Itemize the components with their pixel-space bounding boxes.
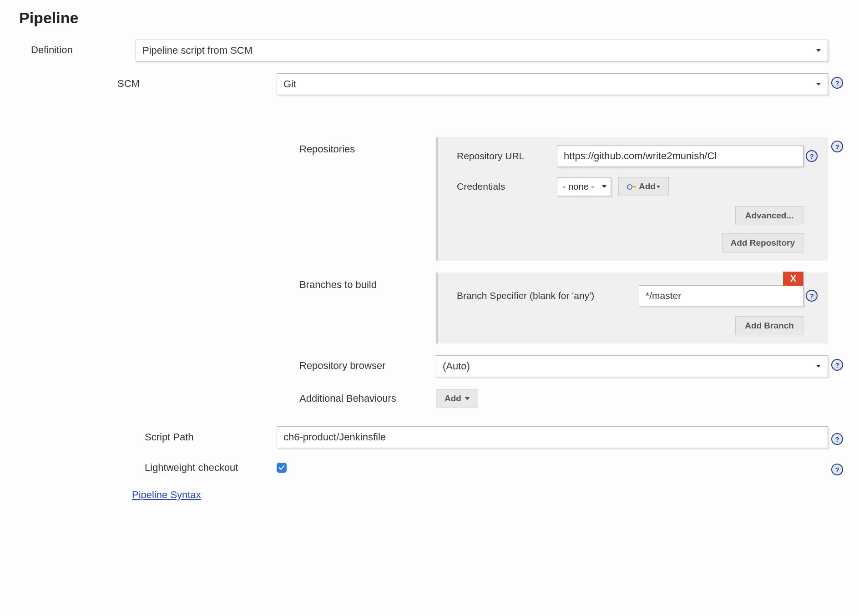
repositories-label: Repositories (299, 137, 436, 155)
scm-row: SCM Git ? (13, 73, 846, 95)
scm-select-value: Git (277, 73, 828, 95)
pipeline-config-section: Pipeline Definition Pipeline script from… (0, 0, 859, 137)
repositories-panel: Repository URL ? Credentials - none - (436, 137, 828, 261)
branches-label: Branches to build (299, 273, 436, 291)
additional-behaviours-label: Additional Behaviours (299, 393, 436, 404)
scm-select[interactable]: Git (277, 73, 828, 95)
help-icon[interactable]: ? (831, 141, 843, 152)
help-icon[interactable]: ? (831, 359, 843, 371)
branch-specifier-input[interactable] (639, 285, 803, 306)
branches-panel: X Branch Specifier (blank for 'any') ? A… (436, 273, 828, 343)
repo-browser-select-value: (Auto) (436, 355, 828, 377)
check-icon (278, 465, 285, 471)
key-icon (627, 184, 635, 189)
add-credentials-button[interactable]: Add (618, 177, 669, 196)
credentials-label: Credentials (446, 181, 557, 192)
branch-specifier-label: Branch Specifier (blank for 'any') (446, 290, 639, 301)
chevron-down-icon (599, 179, 610, 195)
help-icon[interactable]: ? (831, 433, 843, 445)
definition-select-value: Pipeline script from SCM (136, 40, 828, 61)
help-icon[interactable]: ? (806, 290, 818, 302)
section-title: Pipeline (19, 9, 846, 27)
add-repository-button[interactable]: Add Repository (722, 233, 803, 252)
definition-row: Definition Pipeline script from SCM (13, 40, 846, 61)
repo-browser-label: Repository browser (299, 355, 436, 372)
chevron-down-icon (465, 397, 470, 400)
repo-browser-select[interactable]: (Auto) (436, 355, 828, 377)
definition-select[interactable]: Pipeline script from SCM (136, 40, 828, 61)
lightweight-label: Lightweight checkout (145, 462, 277, 474)
script-path-label: Script Path (145, 431, 277, 443)
script-path-input[interactable] (277, 426, 828, 448)
pipeline-syntax-link[interactable]: Pipeline Syntax (132, 489, 201, 500)
credentials-select-value: - none - (563, 182, 594, 192)
delete-branch-button[interactable]: X (783, 272, 803, 286)
definition-label: Definition (13, 40, 136, 56)
chevron-down-icon (812, 42, 825, 59)
repo-url-input[interactable] (557, 145, 803, 167)
help-icon[interactable]: ? (806, 150, 818, 162)
chevron-down-icon (657, 186, 660, 188)
add-behaviour-button[interactable]: Add (436, 389, 478, 408)
advanced-button[interactable]: Advanced... (735, 206, 803, 225)
repo-url-label: Repository URL (446, 151, 557, 162)
add-branch-button[interactable]: Add Branch (735, 316, 803, 335)
help-icon[interactable]: ? (831, 77, 843, 89)
chevron-down-icon (812, 76, 825, 92)
nested-scm-config: Repositories Repository URL ? Credential… (0, 137, 859, 519)
credentials-select[interactable]: - none - (557, 177, 611, 196)
lightweight-checkbox[interactable] (277, 463, 287, 473)
help-icon[interactable]: ? (831, 464, 843, 475)
chevron-down-icon (812, 358, 825, 374)
scm-label: SCM (117, 73, 277, 90)
